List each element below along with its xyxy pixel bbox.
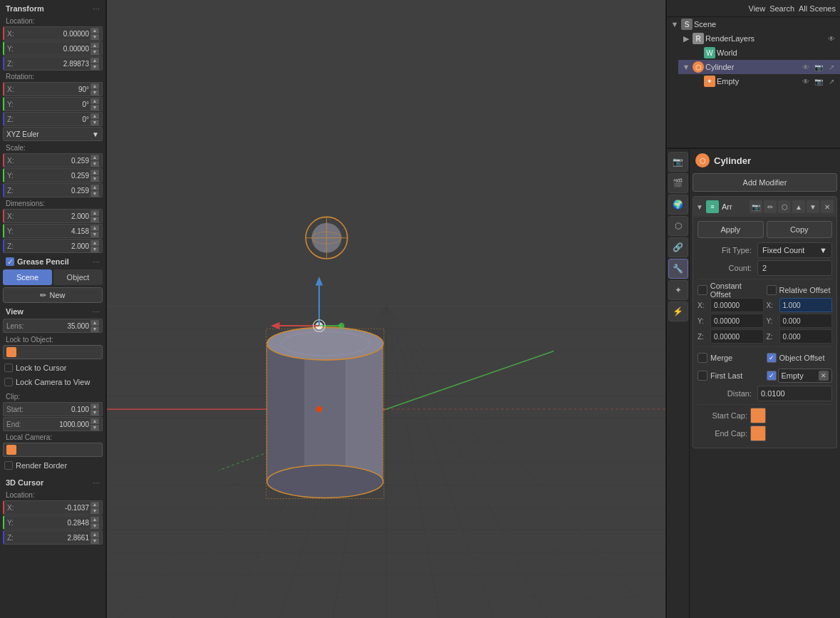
render-border-row[interactable]: Render Border [3,458,103,473]
merge-checkbox[interactable] [698,353,707,363]
add-modifier-button[interactable]: Add Modifier [693,173,837,192]
start-cap-swatch[interactable] [750,408,766,423]
scale-x-up[interactable]: ▲ [90,155,99,160]
object-props-btn[interactable]: ⬡ [668,216,688,236]
cursor-3d-header[interactable]: 3D Cursor ⋯ [3,477,103,488]
empty-sel-btn[interactable]: ↗ [826,76,837,87]
const-z-value[interactable]: 0.00000 [710,329,764,344]
3d-viewport[interactable] [107,0,665,618]
physics-props-btn[interactable]: ⚡ [668,302,688,321]
scale-z-field[interactable]: Z: 0.259 ▲▼ [3,183,103,197]
cylinder-sel-btn[interactable]: ↗ [826,61,837,73]
cursor-x-field[interactable]: X: -0.1037 ▲▼ [3,500,103,515]
apply-button[interactable]: Apply [698,221,764,238]
cylinder-expand-icon[interactable]: ▼ [681,62,691,72]
clip-start-field[interactable]: Start: 0.100 ▲▼ [3,402,103,416]
scale-z-up[interactable]: ▲ [90,185,99,190]
outliner-cylinder-row[interactable]: ▼ ⬡ Cylinder 👁 📷 ↗ [678,60,840,74]
scale-y-up[interactable]: ▲ [90,170,99,175]
lock-object-field[interactable] [3,345,103,359]
mod-up-btn[interactable]: ▲ [792,200,805,213]
view-menu[interactable]: View [749,4,766,13]
grease-pencil-check[interactable]: ✓ [6,257,14,266]
const-z-row[interactable]: Z: 0.00000 [698,329,764,344]
particles-props-btn[interactable]: ✦ [668,280,688,300]
clip-start-up[interactable]: ▲ [90,403,99,409]
lock-cursor-row[interactable]: Lock to Cursor [3,361,103,375]
lock-cursor-checkbox[interactable] [4,364,13,372]
cylinder-render-btn[interactable]: 📷 [813,61,824,73]
modifier-header[interactable]: ▼ ≡ Arr 📷 ✏ ⬡ ▲ ▼ ✕ [693,197,836,217]
search-menu[interactable]: Search [769,4,794,13]
dim-y-up[interactable]: ▲ [90,225,99,231]
first-last-check-row[interactable]: First Last [698,368,764,383]
scale-y-field[interactable]: Y: 0.259 ▲▼ [3,168,103,182]
rel-x-row[interactable]: X: 1.000 [767,298,833,312]
rot-x-field[interactable]: X: 90° ▲▼ [3,82,103,96]
loc-x-up[interactable]: ▲ [90,28,99,34]
constant-offset-checkbox[interactable] [698,285,707,295]
euler-select[interactable]: XYZ Euler ▼ [3,127,103,141]
render-border-checkbox[interactable] [4,461,13,470]
rot-y-down[interactable]: ▼ [90,105,99,110]
lock-camera-row[interactable]: Lock Camera to View [3,375,103,389]
loc-x-down[interactable]: ▼ [90,34,99,40]
const-y-value[interactable]: 0.00000 [710,314,764,328]
cursor-x-down[interactable]: ▼ [90,508,99,514]
clip-end-down[interactable]: ▼ [90,425,99,431]
lens-up[interactable]: ▲ [90,320,99,326]
loc-x-field[interactable]: X: 0.00000 ▲▼ [3,26,103,41]
outliner-world-row[interactable]: ▶ W World [690,46,840,60]
dim-z-field[interactable]: Z: 2.000 ▲▼ [3,239,103,253]
loc-z-up[interactable]: ▲ [90,58,99,63]
rel-z-value[interactable]: 0.000 [779,329,833,344]
lens-field[interactable]: Lens: 35.000 ▲▼ [3,319,103,333]
new-grease-button[interactable]: ✏ New [3,287,103,303]
mod-edit-btn[interactable]: ✏ [764,200,777,213]
rot-x-up[interactable]: ▲ [90,83,99,89]
empty-ref-checkbox[interactable]: ✓ [767,371,777,381]
empty-field-row[interactable]: ✓ Empty ✕ [767,368,833,383]
dim-y-down[interactable]: ▼ [90,232,99,237]
outliner-empty-row[interactable]: ▶ ✦ Empty 👁 📷 ↗ [690,74,840,88]
cursor-y-up[interactable]: ▲ [90,517,99,522]
empty-close-btn[interactable]: ✕ [819,371,829,381]
cylinder-vis-btn[interactable]: 👁 [800,61,812,73]
rel-y-row[interactable]: Y: 0.000 [767,314,833,328]
relative-offset-check-row[interactable]: Relative Offset [767,282,833,298]
clip-start-down[interactable]: ▼ [90,410,99,416]
loc-y-down[interactable]: ▼ [90,49,99,55]
dim-z-down[interactable]: ▼ [90,247,99,252]
grease-pencil-header[interactable]: ✓ Grease Pencil ⋯ [3,256,103,267]
cursor-z-up[interactable]: ▲ [90,532,99,537]
empty-vis-btn[interactable]: 👁 [800,76,812,87]
scale-y-down[interactable]: ▼ [90,176,99,182]
local-camera-field[interactable] [3,443,103,457]
end-cap-swatch[interactable] [750,426,766,441]
copy-button[interactable]: Copy [767,221,833,238]
scene-props-btn[interactable]: 🎬 [668,173,688,193]
renderlayers-vis-btn[interactable]: 👁 [826,33,837,44]
loc-y-up[interactable]: ▲ [90,43,99,48]
loc-z-field[interactable]: Z: 2.89873 ▲▼ [3,56,103,71]
dim-x-down[interactable]: ▼ [90,217,99,222]
scale-x-field[interactable]: X: 0.259 ▲▼ [3,153,103,168]
scene-expand-icon[interactable]: ▼ [670,19,680,29]
rel-z-row[interactable]: Z: 0.000 [767,329,833,344]
rel-y-value[interactable]: 0.000 [779,314,833,328]
mod-cage-btn[interactable]: ⬡ [778,200,791,213]
render-props-btn[interactable]: 📷 [668,152,688,172]
cursor-y-down[interactable]: ▼ [90,523,99,529]
scene-tab-button[interactable]: Scene [3,269,52,285]
rel-x-value[interactable]: 1.000 [779,298,833,312]
object-tab-button[interactable]: Object [53,269,103,285]
outliner-renderlayers-row[interactable]: ▶ R RenderLayers 👁 [678,31,840,46]
view-section-header[interactable]: View ⋯ [3,306,103,317]
modifier-props-btn[interactable]: 🔧 [668,259,688,279]
const-x-row[interactable]: X: 0.00000 [698,298,764,312]
dim-y-field[interactable]: Y: 4.158 ▲▼ [3,224,103,238]
constant-offset-check-row[interactable]: Constant Offset [698,282,764,298]
cursor-z-field[interactable]: Z: 2.8661 ▲▼ [3,530,103,545]
mod-expand-icon[interactable]: ▼ [696,203,703,211]
scale-z-down[interactable]: ▼ [90,191,99,197]
